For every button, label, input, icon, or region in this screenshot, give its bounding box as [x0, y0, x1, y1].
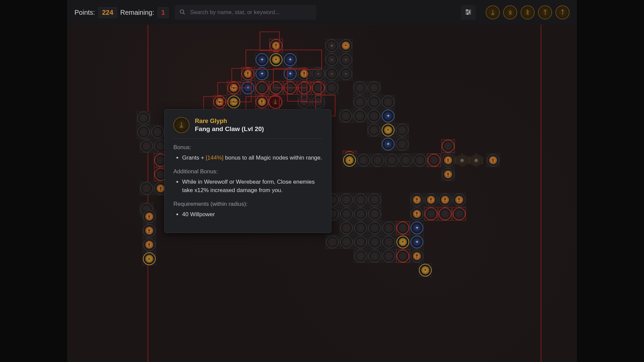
- paragon-node[interactable]: ·: [140, 139, 153, 153]
- glyph-socket[interactable]: ᛦ: [268, 95, 282, 109]
- paragon-node[interactable]: ·: [340, 235, 353, 249]
- paragon-node[interactable]: ●: [227, 81, 240, 95]
- paragon-node[interactable]: ·: [353, 109, 367, 123]
- paragon-node[interactable]: ·: [339, 109, 353, 123]
- paragon-node[interactable]: ·: [367, 81, 381, 95]
- paragon-node[interactable]: ·: [298, 81, 311, 95]
- paragon-node[interactable]: ⚵: [143, 238, 156, 251]
- paragon-node[interactable]: ☀: [227, 95, 240, 109]
- paragon-node[interactable]: ·: [413, 154, 427, 167]
- paragon-node[interactable]: ·: [357, 154, 370, 167]
- paragon-node[interactable]: ·: [367, 109, 381, 123]
- paragon-node[interactable]: ·: [140, 182, 153, 195]
- paragon-node[interactable]: ·: [395, 123, 409, 137]
- paragon-node[interactable]: ⬣: [470, 154, 483, 167]
- paragon-node[interactable]: ·: [298, 95, 311, 109]
- paragon-node[interactable]: ✦: [255, 67, 269, 80]
- paragon-node[interactable]: ⬣: [455, 154, 469, 167]
- paragon-node[interactable]: ·: [354, 207, 367, 221]
- paragon-node[interactable]: ·: [137, 125, 150, 139]
- paragon-node[interactable]: ⚵: [410, 207, 424, 221]
- paragon-node[interactable]: ·: [427, 154, 441, 167]
- paragon-node[interactable]: ☀: [269, 53, 283, 66]
- paragon-node[interactable]: ·: [396, 249, 410, 263]
- search-input[interactable]: [190, 9, 312, 16]
- paragon-node[interactable]: ·: [354, 249, 367, 263]
- paragon-node[interactable]: ●: [312, 67, 325, 80]
- paragon-node[interactable]: ☀: [339, 39, 353, 52]
- paragon-node[interactable]: ·: [367, 95, 381, 109]
- paragon-node[interactable]: ⚵: [410, 249, 424, 263]
- paragon-node[interactable]: ·: [269, 81, 283, 95]
- paragon-node[interactable]: ·: [340, 193, 353, 206]
- paragon-node[interactable]: ·: [395, 137, 409, 151]
- paragon-node[interactable]: ✦: [381, 109, 395, 123]
- paragon-node[interactable]: ·: [312, 81, 325, 95]
- paragon-node[interactable]: ·: [353, 81, 367, 95]
- paragon-node[interactable]: ●: [339, 53, 353, 66]
- paragon-node[interactable]: ·: [381, 95, 395, 109]
- paragon-node[interactable]: ●: [325, 53, 338, 66]
- paragon-node[interactable]: ⚵: [441, 154, 455, 167]
- paragon-node[interactable]: ·: [424, 207, 438, 221]
- paragon-node[interactable]: ·: [354, 221, 367, 235]
- paragon-node[interactable]: ●: [339, 67, 353, 80]
- paragon-node[interactable]: ·: [137, 111, 150, 125]
- paragon-node[interactable]: ⚵: [255, 95, 269, 109]
- paragon-node[interactable]: ·: [312, 95, 325, 109]
- paragon-node[interactable]: ☀: [381, 123, 395, 137]
- paragon-node[interactable]: ⚵: [424, 193, 438, 206]
- paragon-node[interactable]: ●: [325, 67, 338, 80]
- paragon-node[interactable]: ✦: [381, 137, 395, 151]
- paragon-node[interactable]: ✦: [241, 81, 255, 95]
- paragon-node[interactable]: ·: [283, 81, 297, 95]
- paragon-node[interactable]: ✦: [410, 221, 424, 235]
- paragon-node[interactable]: ⚵: [452, 193, 466, 206]
- paragon-node[interactable]: ·: [367, 123, 381, 137]
- paragon-node[interactable]: ⚵: [298, 67, 311, 80]
- paragon-node[interactable]: ✦: [410, 235, 424, 249]
- paragon-node[interactable]: ·: [368, 221, 381, 235]
- paragon-node[interactable]: ⚵: [438, 193, 452, 206]
- paragon-node[interactable]: ·: [354, 193, 367, 206]
- paragon-node[interactable]: ·: [368, 207, 381, 221]
- glyph-slot-0[interactable]: ᛦ: [486, 5, 500, 19]
- paragon-node[interactable]: ·: [438, 207, 452, 221]
- glyph-slot-1[interactable]: ᛟ: [503, 5, 517, 19]
- paragon-node[interactable]: ⚵: [410, 193, 424, 206]
- glyph-slot-2[interactable]: ᚱ: [521, 5, 535, 19]
- filters-button[interactable]: [461, 5, 476, 20]
- paragon-node[interactable]: ·: [340, 221, 353, 235]
- paragon-node[interactable]: ☀: [143, 252, 156, 265]
- paragon-node[interactable]: ·: [151, 125, 164, 139]
- paragon-node[interactable]: ·: [399, 154, 413, 167]
- paragon-node[interactable]: ⚵: [269, 39, 283, 52]
- paragon-node[interactable]: ⚵: [486, 154, 500, 167]
- glyph-slot-4[interactable]: ᛏ: [555, 5, 570, 19]
- paragon-node[interactable]: ●: [213, 95, 226, 109]
- glyph-slot-3[interactable]: ᛉ: [538, 5, 552, 19]
- paragon-node[interactable]: ☀: [419, 263, 432, 277]
- paragon-node[interactable]: ·: [353, 95, 367, 109]
- paragon-node[interactable]: ·: [255, 81, 269, 95]
- paragon-node[interactable]: ·: [368, 249, 381, 263]
- search-box[interactable]: [175, 5, 317, 20]
- paragon-node[interactable]: ·: [368, 235, 381, 249]
- paragon-node[interactable]: ⚵: [441, 168, 455, 181]
- paragon-node[interactable]: ·: [396, 221, 410, 235]
- paragon-node[interactable]: ·: [382, 235, 395, 249]
- paragon-node[interactable]: ☀: [396, 235, 410, 249]
- paragon-node[interactable]: ☀: [343, 154, 356, 167]
- paragon-node[interactable]: ·: [326, 235, 339, 249]
- paragon-node[interactable]: ⚵: [143, 224, 156, 237]
- paragon-node[interactable]: ·: [385, 154, 398, 167]
- paragon-node[interactable]: ·: [382, 249, 395, 263]
- paragon-node[interactable]: ✦: [283, 67, 297, 80]
- paragon-node[interactable]: ·: [354, 235, 367, 249]
- paragon-node[interactable]: ·: [382, 221, 395, 235]
- paragon-node[interactable]: ⚵: [241, 67, 255, 80]
- paragon-node[interactable]: ·: [452, 207, 466, 221]
- paragon-board[interactable]: ᛦ Rare Glyph Fang and Claw (Lvl 20) Bonu…: [67, 25, 577, 362]
- paragon-node[interactable]: ✦: [283, 53, 297, 66]
- paragon-node[interactable]: ·: [368, 193, 381, 206]
